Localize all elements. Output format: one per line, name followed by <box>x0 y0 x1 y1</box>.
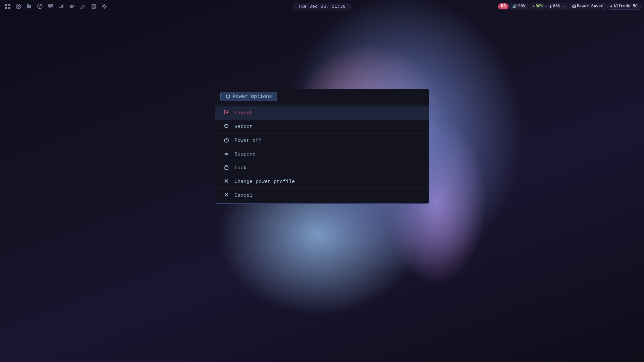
poweroff-icon <box>223 137 230 144</box>
dialog-title: ⏻ Power Options <box>220 92 277 101</box>
poweroff-label: Power off <box>234 138 262 143</box>
dialog-overlay: ⏻ Power Options Logout <box>0 0 644 362</box>
menu-item-cancel[interactable]: Cancel <box>215 189 429 202</box>
dialog-title-text: Power Options <box>233 94 272 100</box>
logout-icon <box>223 110 230 116</box>
lock-icon <box>223 165 230 171</box>
change-power-profile-label: Change power profile <box>234 179 295 185</box>
settings-icon <box>223 178 230 185</box>
logout-label: Logout <box>234 110 253 116</box>
power-menu-list: Logout Reboot Power off <box>215 105 429 203</box>
dialog-titlebar: ⏻ Power Options <box>215 89 429 105</box>
menu-item-suspend[interactable]: Suspend <box>215 147 429 161</box>
menu-item-lock[interactable]: Lock <box>215 161 429 175</box>
reboot-label: Reboot <box>234 124 253 130</box>
menu-item-change-power-profile[interactable]: Change power profile <box>215 175 429 189</box>
menu-item-poweroff[interactable]: Power off <box>215 134 429 147</box>
svg-point-16 <box>226 180 227 182</box>
svg-rect-15 <box>225 167 228 169</box>
menu-item-logout[interactable]: Logout <box>215 106 429 120</box>
power-options-dialog: ⏻ Power Options Logout <box>215 89 429 204</box>
cancel-label: Cancel <box>234 193 253 198</box>
cancel-icon <box>223 192 230 199</box>
lock-label: Lock <box>234 165 247 171</box>
suspend-label: Suspend <box>234 152 256 157</box>
power-options-icon: ⏻ <box>225 94 230 100</box>
suspend-icon <box>223 151 230 158</box>
menu-item-reboot[interactable]: Reboot <box>215 120 429 134</box>
reboot-icon <box>223 123 230 130</box>
